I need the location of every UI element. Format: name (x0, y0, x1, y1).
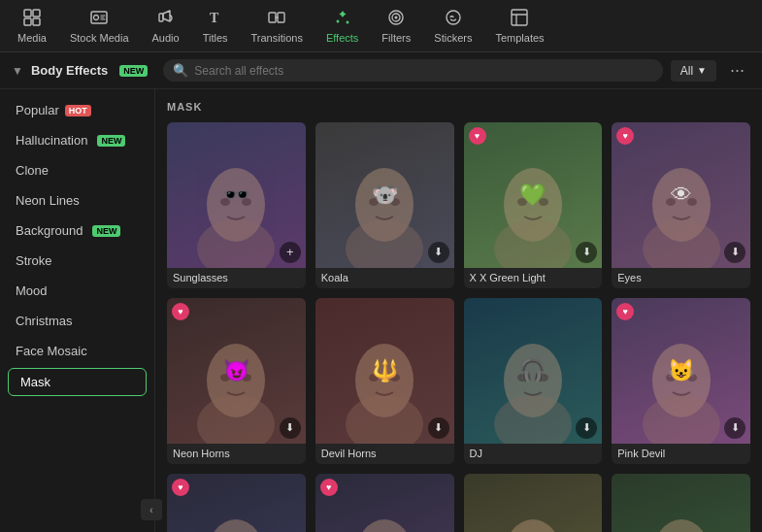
effect-card-sunglasses[interactable]: 🕶️+Sunglasses (167, 122, 306, 288)
nav-stickers[interactable]: Stickers (424, 4, 481, 48)
effect-card-xxgreenlight[interactable]: 💚♥⬇X X Green Light (464, 122, 603, 288)
svg-point-32 (197, 395, 275, 444)
dj-label: DJ (464, 444, 603, 464)
sunglasses-overlay: 🕶️ (223, 183, 249, 208)
dj-overlay: 🎧 (519, 358, 546, 383)
search-container: 🔍 (163, 59, 662, 82)
dj-action-badge[interactable]: ⬇ (576, 417, 597, 439)
nav-media-label: Media (17, 32, 47, 44)
effects-icon (333, 8, 352, 30)
svg-point-40 (494, 395, 572, 444)
effect-card-devilhorns[interactable]: 🔱⬇Devil Horns (315, 298, 454, 464)
hudglasses-heart-badge: ♥ (320, 479, 338, 496)
content-area: MASK 🕶️+Sunglasses 🐨⬇Koala 💚♥⬇X X Green … (155, 89, 762, 532)
neonhorns-action-badge[interactable]: ⬇ (280, 417, 301, 439)
sidebar-hallucination-label: Hallucination (16, 133, 87, 148)
xxgreenlight-action-badge[interactable]: ⬇ (576, 242, 597, 263)
effect-card-emojis[interactable]: 😀⬇Emojis (464, 474, 603, 532)
pinkdevil-heart-badge: ♥ (616, 303, 634, 320)
nav-filters-label: Filters (381, 32, 411, 44)
sidebar-item-popular[interactable]: Popular HOT (0, 95, 154, 125)
sidebar-facemosaic-label: Face Mosaic (16, 344, 87, 358)
nav-audio[interactable]: Audio (143, 4, 189, 48)
sidebar-wrapper: Popular HOT Hallucination NEW Clone Neon… (0, 89, 155, 532)
eyes-label: Eyes (612, 268, 750, 288)
koala-action-badge[interactable]: ⬇ (428, 242, 449, 263)
nav-templates[interactable]: Templates (485, 4, 553, 48)
eyes-action-badge[interactable]: ⬇ (724, 242, 745, 263)
koala-label: Koala (315, 268, 454, 288)
templates-icon (510, 8, 529, 30)
pinkdevil-action-badge[interactable]: ⬇ (724, 417, 745, 439)
effect-card-hudmask[interactable]: 📱♥⬇Hud Mask (167, 474, 306, 532)
eyes-heart-badge: ♥ (616, 127, 634, 145)
svg-rect-8 (269, 13, 276, 22)
sidebar-christmas-label: Christmas (16, 314, 73, 328)
sidebar-mask-label: Mask (20, 375, 50, 389)
devilhorns-overlay: 🔱 (372, 358, 398, 383)
svg-rect-2 (24, 18, 31, 25)
svg-rect-0 (24, 10, 31, 17)
effect-card-dj[interactable]: 🎧⬇DJ (464, 298, 603, 464)
media-icon (22, 8, 42, 30)
nav-effects[interactable]: Effects (316, 4, 368, 48)
effect-card-neonhorns[interactable]: 😈♥⬇Neon Horns (167, 298, 306, 464)
more-options-button[interactable]: ··· (724, 58, 750, 83)
pinkdevil-label: Pink Devil (612, 444, 750, 464)
effect-card-pinkdevil[interactable]: 😺♥⬇Pink Devil (612, 298, 750, 464)
devilhorns-action-badge[interactable]: ⬇ (428, 417, 449, 439)
sidebar-item-hallucination[interactable]: Hallucination NEW (0, 125, 154, 155)
effect-card-koala[interactable]: 🐨⬇Koala (315, 122, 454, 288)
category-title[interactable]: Body Effects (31, 63, 108, 78)
filters-icon (386, 8, 406, 30)
eyes-overlay: 👁 (671, 183, 692, 208)
sidebar-neonlines-label: Neon Lines (16, 193, 80, 208)
sunglasses-label: Sunglasses (167, 268, 306, 288)
svg-point-55 (504, 519, 562, 532)
new-badge: NEW (119, 65, 148, 77)
nav-titles[interactable]: T Titles (193, 4, 238, 48)
search-input[interactable] (194, 64, 652, 78)
svg-rect-14 (512, 10, 527, 25)
effect-card-hudglasses[interactable]: 🥽♥⬇Hud Glasses (315, 474, 454, 532)
nav-stock-media[interactable]: Stock Media (60, 4, 139, 48)
new-badge-background: NEW (92, 225, 120, 237)
svg-point-36 (346, 395, 423, 444)
nav-transitions[interactable]: Transitions (242, 4, 313, 48)
search-icon: 🔍 (173, 63, 188, 78)
svg-rect-3 (33, 18, 40, 25)
pinkdevil-overlay: 😺 (668, 358, 694, 383)
sidebar-item-face-mosaic[interactable]: Face Mosaic (0, 336, 154, 366)
sidebar-item-neon-lines[interactable]: Neon Lines (0, 185, 154, 216)
main-layout: Popular HOT Hallucination NEW Clone Neon… (0, 89, 762, 532)
filter-all-button[interactable]: All ▼ (671, 60, 716, 82)
koala-overlay: 🐨 (372, 183, 398, 208)
titles-icon: T (206, 8, 225, 30)
sidebar-item-mood[interactable]: Mood (0, 276, 154, 306)
devilhorns-label: Devil Horns (315, 444, 454, 464)
hudmask-heart-badge: ♥ (172, 479, 189, 496)
nav-filters[interactable]: Filters (372, 4, 420, 48)
xxgreenlight-heart-badge: ♥ (469, 127, 486, 145)
svg-point-5 (94, 16, 99, 20)
effect-card-fairy[interactable]: 🧚⬇Fairy (612, 474, 750, 532)
xxgreenlight-overlay: 💚 (519, 183, 546, 208)
sidebar-item-stroke[interactable]: Stroke (0, 246, 154, 276)
svg-rect-6 (159, 14, 163, 21)
dropdown-chevron[interactable]: ▼ (12, 64, 23, 78)
svg-point-28 (643, 219, 720, 268)
sidebar-item-mask[interactable]: Mask (8, 368, 147, 396)
sidebar-collapse-button[interactable]: ‹ (141, 499, 162, 520)
nav-effects-label: Effects (326, 32, 358, 44)
svg-rect-9 (278, 13, 284, 22)
sidebar-item-clone[interactable]: Clone (0, 155, 154, 185)
sunglasses-action-badge[interactable]: + (280, 242, 301, 263)
section-label: MASK (167, 101, 750, 113)
sidebar-item-christmas[interactable]: Christmas (0, 306, 154, 336)
nav-media[interactable]: Media (8, 4, 56, 48)
sidebar-item-background[interactable]: Background NEW (0, 216, 154, 246)
effect-card-eyes[interactable]: 👁♥⬇Eyes (612, 122, 750, 288)
svg-point-51 (355, 519, 414, 532)
nav-titles-label: Titles (203, 32, 228, 44)
neonhorns-overlay: 😈 (223, 358, 249, 383)
